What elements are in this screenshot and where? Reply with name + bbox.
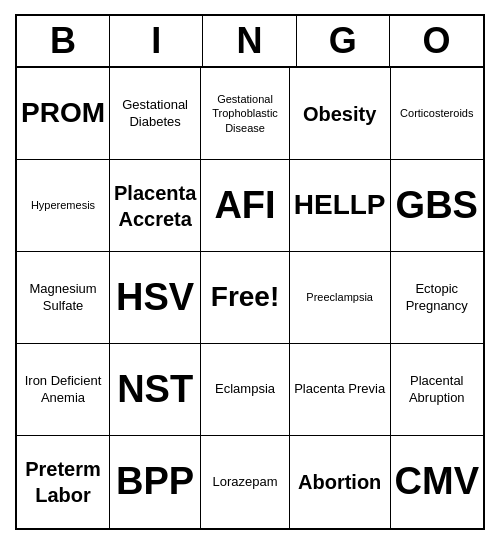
bingo-cell[interactable]: NST bbox=[110, 344, 201, 436]
bingo-cell[interactable]: Gestational Trophoblastic Disease bbox=[201, 68, 290, 160]
bingo-cell[interactable]: Corticosteroids bbox=[391, 68, 483, 160]
bingo-cell[interactable]: PROM bbox=[17, 68, 110, 160]
cell-text: Magnesium Sulfate bbox=[21, 281, 105, 315]
bingo-cell[interactable]: GBS bbox=[391, 160, 483, 252]
bingo-cell[interactable]: Ectopic Pregnancy bbox=[391, 252, 483, 344]
cell-text: HSV bbox=[116, 273, 194, 322]
cell-text: AFI bbox=[214, 181, 275, 230]
cell-text: Eclampsia bbox=[215, 381, 275, 398]
cell-text: CMV bbox=[395, 457, 479, 506]
cell-text: Obesity bbox=[303, 101, 376, 127]
cell-text: Abortion bbox=[298, 469, 381, 495]
cell-text: Placental Abruption bbox=[395, 373, 479, 407]
cell-text: Hyperemesis bbox=[31, 198, 95, 212]
cell-text: PROM bbox=[21, 95, 105, 131]
header-letter: I bbox=[110, 16, 203, 66]
bingo-cell[interactable]: Free! bbox=[201, 252, 290, 344]
cell-text: NST bbox=[117, 365, 193, 414]
bingo-cell[interactable]: Obesity bbox=[290, 68, 391, 160]
header-letter: G bbox=[297, 16, 390, 66]
bingo-cell[interactable]: Lorazepam bbox=[201, 436, 290, 528]
cell-text: Placenta Accreta bbox=[114, 180, 196, 232]
bingo-header: BINGO bbox=[17, 16, 483, 68]
bingo-cell[interactable]: Preterm Labor bbox=[17, 436, 110, 528]
cell-text: Lorazepam bbox=[212, 474, 277, 491]
header-letter: N bbox=[203, 16, 296, 66]
bingo-cell[interactable]: Iron Deficient Anemia bbox=[17, 344, 110, 436]
cell-text: Free! bbox=[211, 279, 279, 315]
cell-text: Preterm Labor bbox=[21, 456, 105, 508]
bingo-grid: PROMGestational DiabetesGestational Trop… bbox=[17, 68, 483, 528]
cell-text: GBS bbox=[396, 181, 478, 230]
cell-text: Gestational Diabetes bbox=[114, 97, 196, 131]
cell-text: Preeclampsia bbox=[306, 290, 373, 304]
bingo-cell[interactable]: CMV bbox=[391, 436, 483, 528]
cell-text: Iron Deficient Anemia bbox=[21, 373, 105, 407]
bingo-cell[interactable]: HSV bbox=[110, 252, 201, 344]
bingo-cell[interactable]: Preeclampsia bbox=[290, 252, 391, 344]
bingo-cell[interactable]: BPP bbox=[110, 436, 201, 528]
header-letter: B bbox=[17, 16, 110, 66]
bingo-cell[interactable]: Placental Abruption bbox=[391, 344, 483, 436]
cell-text: Gestational Trophoblastic Disease bbox=[205, 92, 285, 135]
bingo-cell[interactable]: Eclampsia bbox=[201, 344, 290, 436]
cell-text: Placenta Previa bbox=[294, 381, 385, 398]
cell-text: Corticosteroids bbox=[400, 106, 473, 120]
cell-text: Ectopic Pregnancy bbox=[395, 281, 479, 315]
bingo-cell[interactable]: Hyperemesis bbox=[17, 160, 110, 252]
bingo-cell[interactable]: AFI bbox=[201, 160, 290, 252]
bingo-cell[interactable]: Placenta Previa bbox=[290, 344, 391, 436]
bingo-cell[interactable]: Abortion bbox=[290, 436, 391, 528]
bingo-card: BINGO PROMGestational DiabetesGestationa… bbox=[15, 14, 485, 530]
bingo-cell[interactable]: Placenta Accreta bbox=[110, 160, 201, 252]
bingo-cell[interactable]: HELLP bbox=[290, 160, 391, 252]
cell-text: BPP bbox=[116, 457, 194, 506]
header-letter: O bbox=[390, 16, 483, 66]
bingo-cell[interactable]: Magnesium Sulfate bbox=[17, 252, 110, 344]
cell-text: HELLP bbox=[294, 187, 386, 223]
bingo-cell[interactable]: Gestational Diabetes bbox=[110, 68, 201, 160]
